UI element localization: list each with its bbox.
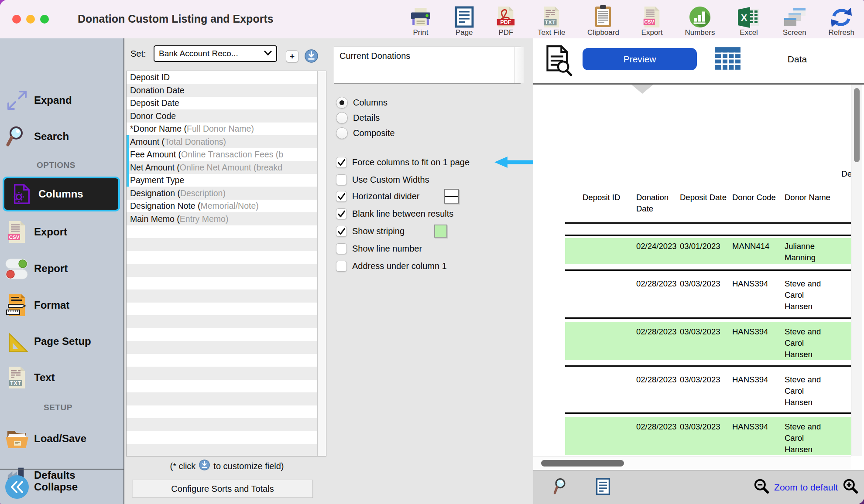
- zoom-in-icon[interactable]: [842, 478, 859, 497]
- refresh-button[interactable]: Refresh: [828, 7, 854, 37]
- field-row-empty[interactable]: [127, 419, 326, 432]
- tab-data[interactable]: Data: [778, 54, 817, 65]
- field-row[interactable]: Designation (Description): [127, 187, 326, 200]
- field-row[interactable]: Donor Code: [127, 110, 326, 123]
- field-row-empty[interactable]: [127, 444, 326, 457]
- field-row-empty[interactable]: [127, 431, 326, 444]
- field-row[interactable]: *Donor Name (Full Donor Name): [127, 123, 326, 136]
- field-row[interactable]: Donation Date: [127, 84, 326, 97]
- numbers-button[interactable]: Numbers: [685, 6, 715, 37]
- text-file-button[interactable]: TXT Text File: [538, 6, 565, 37]
- checkbox-horizontal-divider[interactable]: Horizontal divider: [336, 187, 459, 205]
- format-icon: [0, 293, 34, 317]
- sidebar-item-format[interactable]: Format: [0, 292, 123, 318]
- field-row-empty[interactable]: [127, 290, 326, 303]
- field-row-empty[interactable]: [127, 393, 326, 406]
- data-table-icon[interactable]: [714, 46, 741, 72]
- field-row-empty[interactable]: [127, 238, 326, 252]
- checkbox[interactable]: [336, 261, 347, 272]
- stripe-color-swatch[interactable]: [434, 225, 447, 238]
- field-row[interactable]: Payment Type: [127, 174, 326, 187]
- field-row[interactable]: Net Amount (Online Net Amount (breakd: [127, 161, 326, 174]
- sidebar-item-expand[interactable]: Expand: [0, 87, 123, 113]
- screen-button[interactable]: Screen: [783, 8, 806, 37]
- configure-sorts-totals-button[interactable]: Configure Sorts and Totals: [132, 480, 313, 498]
- preview-magnifier-icon[interactable]: [544, 44, 573, 78]
- vertical-scrollbar-thumb[interactable]: [854, 88, 860, 162]
- checkbox-line-number[interactable]: Show line number: [336, 240, 422, 257]
- print-button[interactable]: Print: [409, 8, 432, 37]
- tab-preview[interactable]: Preview: [583, 48, 697, 70]
- clipboard-button[interactable]: Clipboard: [587, 5, 619, 37]
- radio-button[interactable]: [336, 97, 348, 109]
- checkbox[interactable]: [336, 191, 347, 202]
- customize-field-button[interactable]: [305, 49, 318, 65]
- sidebar-item-report[interactable]: Report: [0, 255, 123, 282]
- sidebar-item-columns[interactable]: Columns: [3, 177, 120, 211]
- sidebar-item-collapse[interactable]: Collapse: [0, 474, 123, 500]
- page-title: Donation Custom Listing and Exports: [78, 13, 274, 25]
- field-row[interactable]: Deposit Date: [127, 97, 326, 110]
- page-view-icon[interactable]: [596, 478, 610, 497]
- checkbox-custom-widths[interactable]: Use Custom Widths: [336, 171, 429, 188]
- radio-composite[interactable]: Composite: [336, 126, 395, 141]
- listing-name-input[interactable]: Current Donations: [334, 47, 521, 84]
- checkbox[interactable]: [336, 208, 347, 219]
- field-list[interactable]: Deposit ID Donation Date Deposit Date Do…: [126, 71, 326, 456]
- excel-button[interactable]: X Excel: [737, 7, 761, 37]
- field-row-empty[interactable]: [127, 251, 326, 264]
- field-row[interactable]: Fee Amount (Online Transaction Fees (b: [127, 148, 326, 161]
- zoom-window-button[interactable]: [40, 15, 49, 24]
- checkbox-address-column1[interactable]: Address under column 1: [336, 257, 447, 275]
- field-row[interactable]: Main Memo (Entry Memo): [127, 213, 326, 226]
- page-button[interactable]: Page: [454, 6, 474, 37]
- table-row: 02/28/2023 03/03/2023 HANS394 Steve and …: [565, 274, 851, 312]
- field-set-dropdown[interactable]: Bank Account Reco...: [154, 45, 277, 62]
- radio-button[interactable]: [336, 112, 348, 124]
- sidebar-item-search[interactable]: Search: [0, 123, 123, 150]
- field-row-empty[interactable]: [127, 277, 326, 290]
- checkbox[interactable]: [336, 174, 347, 185]
- sidebar-item-load-save[interactable]: Load/Save: [0, 426, 123, 452]
- zoom-to-default-link[interactable]: Zoom to default: [774, 482, 838, 493]
- magnifier-icon[interactable]: [553, 477, 569, 497]
- zoom-out-icon[interactable]: [753, 478, 770, 497]
- app-window: Donation Custom Listing and Exports Prin…: [0, 0, 864, 504]
- field-row-empty[interactable]: [127, 328, 326, 341]
- checkbox[interactable]: [336, 243, 347, 254]
- sidebar-item-page-setup[interactable]: Page Setup: [0, 328, 123, 354]
- radio-details[interactable]: Details: [336, 110, 380, 126]
- checkbox[interactable]: [336, 157, 347, 168]
- checkbox-show-striping[interactable]: Show striping: [336, 222, 447, 240]
- field-list-scrollbar[interactable]: [317, 71, 326, 456]
- radio-button[interactable]: [336, 127, 348, 139]
- field-row[interactable]: Designation Note (Memorial/Note): [127, 200, 326, 213]
- checkbox-force-fit[interactable]: Force columns to fit on 1 page: [336, 153, 470, 171]
- horizontal-scrollbar[interactable]: [533, 456, 851, 470]
- field-row-empty[interactable]: [127, 380, 326, 393]
- add-field-set-button[interactable]: +: [286, 50, 298, 62]
- minimize-window-button[interactable]: [26, 15, 35, 24]
- field-row-empty[interactable]: [127, 367, 326, 380]
- field-row-empty[interactable]: [127, 405, 326, 419]
- checkbox-blank-line[interactable]: Blank line between results: [336, 205, 453, 222]
- checkbox[interactable]: [336, 226, 347, 237]
- vertical-scrollbar[interactable]: [851, 85, 862, 456]
- horizontal-scrollbar-thumb[interactable]: [541, 460, 624, 467]
- sidebar-item-export[interactable]: CSV Export: [0, 219, 123, 245]
- sidebar-item-text[interactable]: TXT Text: [0, 364, 123, 391]
- field-row-empty[interactable]: [127, 225, 326, 238]
- pdf-button[interactable]: PDF PDF: [496, 6, 515, 37]
- divider-style-icon[interactable]: [444, 189, 459, 204]
- close-window-button[interactable]: [12, 15, 21, 24]
- columns-document-icon: [4, 183, 38, 205]
- field-row-empty[interactable]: [127, 264, 326, 277]
- field-row-empty[interactable]: [127, 303, 326, 316]
- field-row-empty[interactable]: [127, 341, 326, 354]
- export-csv-button[interactable]: CSV Export: [641, 6, 663, 37]
- radio-columns[interactable]: Columns: [336, 95, 387, 110]
- field-row[interactable]: Deposit ID: [127, 71, 326, 84]
- field-row-empty[interactable]: [127, 316, 326, 329]
- field-row[interactable]: Amount (Total Donations): [127, 136, 326, 149]
- field-row-empty[interactable]: [127, 354, 326, 367]
